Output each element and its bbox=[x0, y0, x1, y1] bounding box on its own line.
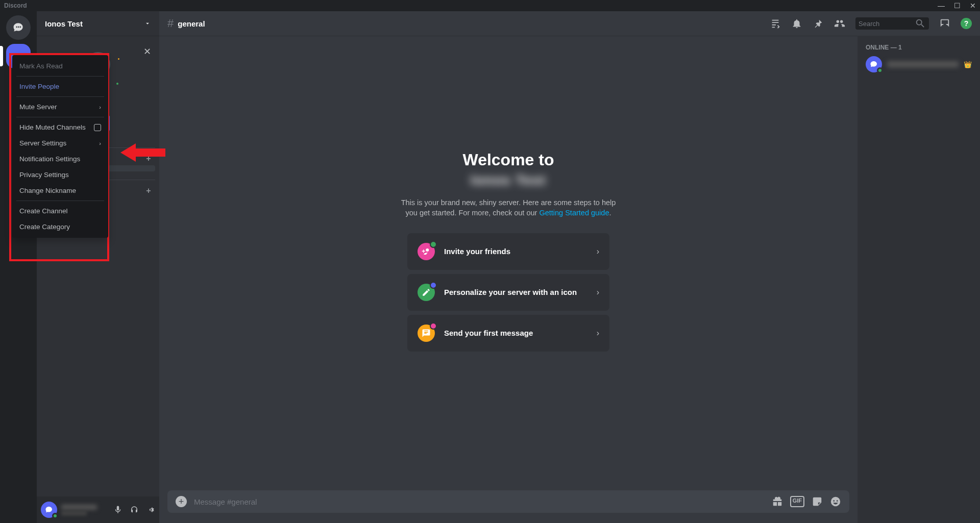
home-button[interactable] bbox=[6, 15, 31, 40]
threads-icon[interactable] bbox=[770, 18, 781, 29]
menu-mute-server[interactable]: Mute Server› bbox=[16, 99, 104, 115]
svg-point-2 bbox=[20, 27, 21, 28]
task-invite-friends[interactable]: Invite your friends › bbox=[407, 233, 609, 270]
getting-started-link[interactable]: Getting Started guide bbox=[539, 209, 609, 217]
window-minimize-icon[interactable]: — bbox=[938, 2, 945, 10]
window-close-icon[interactable]: ✕ bbox=[970, 2, 976, 10]
invite-icon bbox=[418, 243, 435, 260]
current-user-name[interactable] bbox=[61, 505, 109, 515]
menu-notification-settings[interactable]: Notification Settings bbox=[16, 151, 104, 167]
menu-privacy-settings[interactable]: Privacy Settings bbox=[16, 167, 104, 183]
window-maximize-icon[interactable]: ☐ bbox=[954, 2, 961, 10]
chevron-right-icon: › bbox=[99, 140, 101, 146]
status-online-icon bbox=[52, 513, 58, 519]
status-online-icon bbox=[877, 67, 883, 73]
channel-name: general bbox=[178, 19, 766, 28]
menu-create-channel[interactable]: Create Channel bbox=[16, 203, 104, 219]
member-name bbox=[887, 61, 959, 67]
checkbox-icon bbox=[94, 124, 101, 131]
pinned-icon[interactable] bbox=[813, 18, 824, 29]
menu-create-category[interactable]: Create Category bbox=[16, 219, 104, 235]
server-owner-crown-icon: 👑 bbox=[964, 61, 972, 68]
chevron-right-icon: › bbox=[597, 247, 599, 256]
message-input[interactable]: + Message #general GIF bbox=[167, 490, 849, 513]
task-label: Send your first message bbox=[444, 329, 587, 337]
gift-icon[interactable] bbox=[772, 496, 783, 507]
svg-point-0 bbox=[16, 27, 17, 28]
search-icon bbox=[915, 18, 926, 29]
menu-change-nickname[interactable]: Change Nickname bbox=[16, 183, 104, 198]
user-panel bbox=[37, 496, 159, 523]
main-content: # general Search ? Welcome to Ionos Test bbox=[159, 11, 980, 523]
welcome-server-name: Ionos Test bbox=[471, 172, 546, 188]
task-personalize-server[interactable]: Personalize your server with an icon › bbox=[407, 274, 609, 311]
create-voice-channel-icon[interactable]: + bbox=[146, 186, 151, 195]
server-name-header[interactable]: Ionos Test bbox=[37, 11, 159, 36]
deafen-icon[interactable] bbox=[130, 505, 139, 514]
task-label: Invite your friends bbox=[444, 247, 587, 256]
welcome-description: This is your brand new, shiny server. He… bbox=[396, 197, 621, 218]
user-settings-icon[interactable] bbox=[146, 505, 155, 514]
member-list-icon[interactable] bbox=[834, 18, 845, 29]
task-send-message[interactable]: Send your first message › bbox=[407, 315, 609, 352]
current-user-avatar[interactable] bbox=[41, 502, 57, 518]
svg-point-1 bbox=[18, 27, 19, 28]
task-label: Personalize your server with an icon bbox=[444, 288, 587, 296]
help-icon[interactable]: ? bbox=[961, 18, 972, 29]
welcome-title: Welcome to bbox=[463, 151, 554, 169]
close-icon[interactable]: ✕ bbox=[143, 46, 151, 57]
server-name-label: Ionos Test bbox=[45, 19, 83, 28]
chevron-right-icon: › bbox=[597, 288, 599, 297]
member-item[interactable]: 👑 bbox=[862, 54, 976, 74]
app-title: Discord bbox=[4, 2, 27, 9]
channel-header: # general Search ? bbox=[159, 11, 980, 36]
message-placeholder: Message #general bbox=[194, 497, 765, 506]
mute-mic-icon[interactable] bbox=[113, 505, 122, 514]
menu-hide-muted-channels[interactable]: Hide Muted Channels bbox=[16, 119, 104, 135]
chat-area: Welcome to Ionos Test This is your brand… bbox=[159, 36, 857, 523]
notifications-icon[interactable] bbox=[791, 18, 802, 29]
create-channel-icon[interactable]: + bbox=[146, 154, 151, 163]
search-placeholder: Search bbox=[859, 20, 915, 28]
menu-mark-as-read[interactable]: Mark As Read bbox=[16, 58, 104, 74]
member-avatar bbox=[866, 56, 882, 72]
menu-server-settings[interactable]: Server Settings› bbox=[16, 135, 104, 151]
send-message-icon bbox=[418, 325, 435, 342]
sticker-icon[interactable] bbox=[812, 496, 823, 507]
chevron-right-icon: › bbox=[99, 104, 101, 110]
personalize-icon bbox=[418, 284, 435, 301]
emoji-icon[interactable] bbox=[830, 496, 841, 507]
attach-icon[interactable]: + bbox=[176, 496, 187, 507]
member-list: ONLINE — 1 👑 bbox=[857, 36, 980, 523]
chevron-down-icon bbox=[144, 20, 151, 27]
menu-invite-people[interactable]: Invite People bbox=[16, 79, 104, 94]
search-input[interactable]: Search bbox=[855, 17, 929, 30]
chevron-right-icon: › bbox=[597, 329, 599, 338]
hashtag-icon: # bbox=[167, 17, 174, 30]
gif-icon[interactable]: GIF bbox=[790, 496, 804, 507]
server-context-menu: Mark As Read Invite People Mute Server› … bbox=[12, 55, 108, 238]
inbox-icon[interactable] bbox=[939, 18, 950, 29]
members-online-header: ONLINE — 1 bbox=[862, 44, 976, 54]
window-titlebar: Discord — ☐ ✕ bbox=[0, 0, 980, 11]
